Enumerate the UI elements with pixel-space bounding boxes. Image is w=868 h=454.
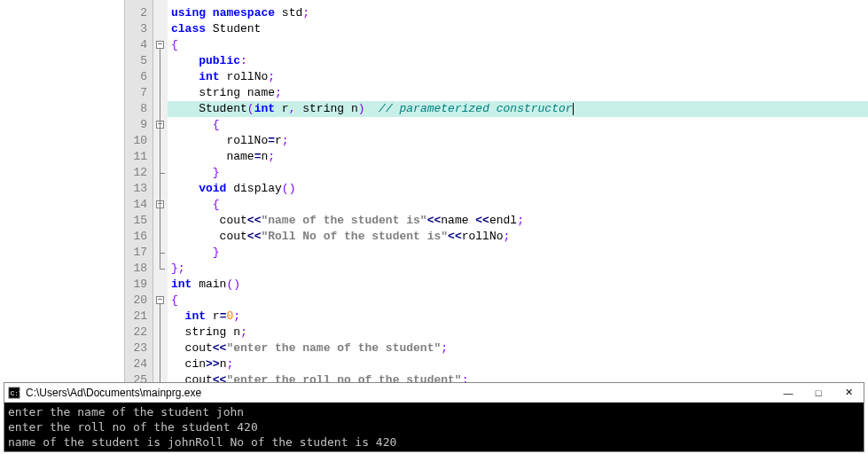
code-line[interactable]: int r=0; [168, 309, 868, 325]
line-number: 21 [125, 309, 147, 325]
app-icon: C:\ [8, 387, 20, 399]
line-number: 18 [125, 261, 147, 277]
fold-guide-end [160, 269, 165, 270]
code-line[interactable]: { [168, 293, 868, 309]
code-area[interactable]: #include<iostream>using namespace std;cl… [168, 0, 868, 382]
line-number: 16 [125, 229, 147, 245]
line-number: 3 [125, 21, 147, 37]
code-line[interactable]: cout<<"enter the name of the student"; [168, 340, 868, 356]
svg-text:C:\: C:\ [11, 388, 20, 396]
fold-margin[interactable]: −−−− [153, 0, 168, 382]
close-button[interactable]: ✕ [833, 383, 864, 403]
line-number: 15 [125, 213, 147, 229]
line-number: 14 [125, 197, 147, 213]
console-output: enter the name of the student johnenter … [4, 403, 864, 451]
line-number: 12 [125, 165, 147, 181]
line-number: 2 [125, 5, 147, 21]
code-line[interactable]: }; [168, 261, 868, 277]
code-line[interactable]: name=n; [168, 149, 868, 165]
minimize-button[interactable]: — [773, 383, 803, 403]
code-line[interactable]: void display() [168, 181, 868, 197]
line-number: 13 [125, 181, 147, 197]
fold-guide [160, 129, 160, 173]
code-line[interactable]: int main() [168, 277, 868, 293]
line-number: 11 [125, 149, 147, 165]
line-number: 23 [125, 340, 147, 356]
line-number: 19 [125, 277, 147, 293]
code-line[interactable]: public: [168, 53, 868, 69]
line-number: 6 [125, 69, 147, 85]
line-number: 24 [125, 356, 147, 372]
fold-guide-end [160, 173, 165, 174]
code-line[interactable]: rollNo=r; [168, 133, 868, 149]
console-window[interactable]: C:\ C:\Users\Ad\Documents\mainprg.exe — … [4, 382, 864, 452]
maximize-button[interactable]: □ [803, 383, 833, 403]
line-number-gutter: 1234567891011121314151617181920212223242… [125, 0, 153, 382]
code-editor[interactable]: 1234567891011121314151617181920212223242… [124, 0, 868, 382]
line-number: 22 [125, 325, 147, 340]
code-line[interactable]: cout<<"name of the student is"<<name <<e… [168, 213, 868, 229]
console-title: C:\Users\Ad\Documents\mainprg.exe [26, 387, 773, 399]
line-number: 17 [125, 245, 147, 261]
console-line: enter the name of the student john [8, 404, 860, 419]
code-line[interactable]: Student(int r, string n) // parameterize… [168, 101, 868, 117]
code-line[interactable]: { [168, 117, 868, 133]
code-line[interactable]: { [168, 197, 868, 213]
fold-toggle[interactable]: − [156, 41, 164, 49]
line-number: 10 [125, 133, 147, 149]
code-line[interactable]: cin>>n; [168, 356, 868, 372]
fold-guide [160, 208, 160, 253]
line-number: 8 [125, 101, 147, 117]
code-line[interactable]: string name; [168, 85, 868, 101]
text-cursor [573, 103, 574, 115]
fold-guide-end [160, 253, 165, 254]
code-line[interactable]: { [168, 37, 868, 53]
line-number: 20 [125, 293, 147, 309]
line-number: 4 [125, 37, 147, 53]
window-buttons: — □ ✕ [773, 383, 864, 403]
line-number: 5 [125, 53, 147, 69]
console-line: enter the roll no of the student 420 [8, 419, 860, 434]
console-titlebar[interactable]: C:\ C:\Users\Ad\Documents\mainprg.exe — … [4, 383, 864, 403]
line-number: 9 [125, 117, 147, 133]
code-line[interactable]: string n; [168, 325, 868, 340]
code-line[interactable]: using namespace std; [168, 5, 868, 21]
line-number: 7 [125, 85, 147, 101]
console-line: name of the student is johnRoll No of th… [8, 434, 860, 450]
fold-toggle[interactable]: − [156, 296, 164, 304]
code-line[interactable]: int rollNo; [168, 69, 868, 85]
code-line[interactable]: } [168, 245, 868, 261]
code-line[interactable]: cout<<"Roll No of the student is"<<rollN… [168, 229, 868, 245]
code-line[interactable]: class Student [168, 21, 868, 37]
code-line[interactable]: } [168, 165, 868, 181]
